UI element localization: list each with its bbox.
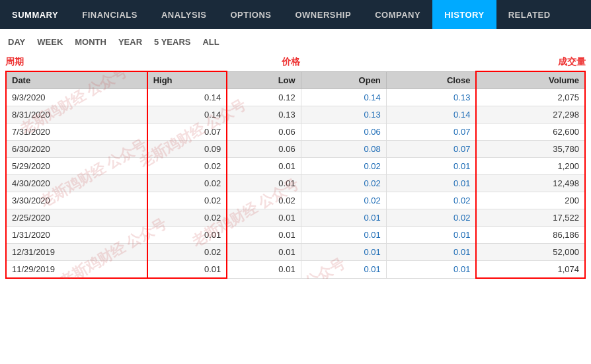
cell-close: 0.02 [386,209,476,227]
cell-low: 0.01 [227,158,301,175]
tab-week[interactable]: WEEK [34,36,65,48]
cell-open: 0.02 [301,175,386,192]
cell-close: 0.07 [386,124,476,141]
cell-low: 0.01 [227,261,301,279]
nav-analysis[interactable]: ANALYSIS [149,0,219,29]
cell-date: 9/3/2020 [6,89,147,106]
th-volume: Volume [476,71,585,89]
cell-high: 0.01 [147,261,227,279]
nav-company[interactable]: COMPANY [363,0,432,29]
cell-open: 0.06 [301,124,386,141]
cell-close: 0.14 [386,106,476,124]
top-navigation: SUMMARY FINANCIALS ANALYSIS OPTIONS OWNE… [0,0,591,29]
th-date: Date [6,71,147,89]
cell-close: 0.01 [386,261,476,279]
th-close: Close [386,71,476,89]
cell-high: 0.14 [147,106,227,124]
nav-financials[interactable]: FINANCIALS [70,0,149,29]
cell-open: 0.01 [301,227,386,244]
nav-options[interactable]: OPTIONS [218,0,283,29]
table-header-row: Date High Low Open Close Volume [6,71,585,89]
table-row: 5/29/20200.020.010.020.011,200 [6,158,585,175]
table-row: 8/31/20200.140.130.130.1427,298 [6,106,585,124]
cell-high: 0.09 [147,141,227,158]
cell-volume: 27,298 [476,106,585,124]
table-row: 3/30/20200.020.020.020.02200 [6,192,585,209]
tab-year[interactable]: YEAR [116,36,145,48]
cell-close: 0.02 [386,192,476,209]
cell-date: 2/25/2020 [6,209,147,227]
cell-low: 0.06 [227,124,301,141]
cell-low: 0.01 [227,175,301,192]
column-labels-row: 周期 价格 成交量 [0,52,591,71]
cell-close: 0.13 [386,89,476,106]
period-tabs-container: DAY WEEK MONTH YEAR 5 YEARS ALL [0,29,591,52]
cell-open: 0.01 [301,261,386,279]
cell-open: 0.08 [301,141,386,158]
cell-low: 0.06 [227,141,301,158]
table-row: 1/31/20200.010.010.010.0186,186 [6,227,585,244]
cell-date: 7/31/2020 [6,124,147,141]
cell-high: 0.02 [147,244,227,261]
table-row: 4/30/20200.020.010.020.0112,498 [6,175,585,192]
cell-high: 0.02 [147,192,227,209]
label-price: 价格 [24,56,558,68]
cell-high: 0.07 [147,124,227,141]
table-row: 2/25/20200.020.010.010.0217,522 [6,209,585,227]
cell-low: 0.01 [227,244,301,261]
cell-open: 0.02 [301,192,386,209]
cell-close: 0.07 [386,141,476,158]
th-high: High [147,71,227,89]
cell-high: 0.01 [147,227,227,244]
cell-volume: 17,522 [476,209,585,227]
cell-date: 12/31/2019 [6,244,147,261]
cell-date: 4/30/2020 [6,175,147,192]
table-row: 9/3/20200.140.120.140.132,075 [6,89,585,106]
cell-open: 0.01 [301,209,386,227]
cell-open: 0.14 [301,89,386,106]
label-volume: 成交量 [558,56,586,68]
cell-low: 0.12 [227,89,301,106]
tab-5years[interactable]: 5 YEARS [151,36,193,48]
cell-date: 11/29/2019 [6,261,147,279]
cell-date: 3/30/2020 [6,192,147,209]
cell-volume: 12,498 [476,175,585,192]
cell-close: 0.01 [386,175,476,192]
cell-open: 0.01 [301,244,386,261]
cell-close: 0.01 [386,244,476,261]
history-table-wrapper: 老斯鸡财经 公众号 老斯鸡财经 公众号 老斯鸡财经 公众号 老斯鸡财经 公众号 … [0,71,591,279]
cell-low: 0.02 [227,192,301,209]
cell-volume: 1,074 [476,261,585,279]
nav-history[interactable]: HISTORY [432,0,496,29]
cell-volume: 2,075 [476,89,585,106]
label-period: 周期 [5,56,24,68]
cell-volume: 86,186 [476,227,585,244]
cell-high: 0.02 [147,158,227,175]
cell-high: 0.02 [147,209,227,227]
cell-low: 0.13 [227,106,301,124]
nav-related[interactable]: RELATED [496,0,563,29]
cell-low: 0.01 [227,209,301,227]
tab-day[interactable]: DAY [5,36,28,48]
cell-close: 0.01 [386,227,476,244]
tab-all[interactable]: ALL [200,36,221,48]
table-row: 12/31/20190.020.010.010.0152,000 [6,244,585,261]
cell-date: 5/29/2020 [6,158,147,175]
cell-low: 0.01 [227,227,301,244]
cell-volume: 200 [476,192,585,209]
cell-volume: 52,000 [476,244,585,261]
cell-volume: 62,600 [476,124,585,141]
cell-volume: 35,780 [476,141,585,158]
cell-date: 6/30/2020 [6,141,147,158]
nav-summary[interactable]: SUMMARY [0,0,70,29]
cell-volume: 1,200 [476,158,585,175]
table-row: 7/31/20200.070.060.060.0762,600 [6,124,585,141]
nav-ownership[interactable]: OWNERSHIP [283,0,363,29]
cell-close: 0.01 [386,158,476,175]
history-table: Date High Low Open Close Volume 9/3/2020… [5,71,586,279]
cell-date: 8/31/2020 [6,106,147,124]
tab-month[interactable]: MONTH [72,36,109,48]
th-low: Low [227,71,301,89]
cell-date: 1/31/2020 [6,227,147,244]
th-open: Open [301,71,386,89]
